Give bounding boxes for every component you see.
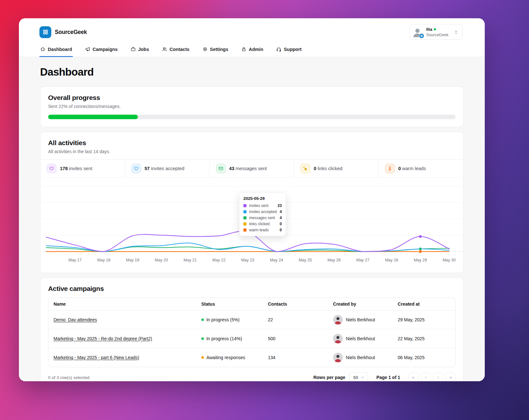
svg-text:May 18: May 18 [97,258,110,262]
creator-name: Niels Berkhout [346,355,375,360]
avatar-org-badge-icon [419,33,424,38]
status-text: Awaiting responses [206,355,245,360]
campaign-link[interactable]: Marketing - May 2025 - Re-do 2nd degree … [54,336,152,341]
svg-text:May 29: May 29 [414,258,427,262]
series-swatch [243,216,247,219]
series-swatch [243,222,247,226]
app-window: SourceGeek [19,18,485,381]
brand-name: SourceGeek [55,29,87,36]
brand: SourceGeek [39,26,87,38]
tab-jobs[interactable]: Jobs [130,45,150,57]
status-dot [201,318,204,321]
tab-campaigns[interactable]: Campaigns [84,45,118,57]
next-page-button[interactable]: › [433,373,443,381]
tooltip-row: messages sent4 [243,216,282,220]
creator-name: Niels Berkhout [346,336,375,341]
tooltip-row: links clicked0 [243,222,282,226]
table-row: Marketing - May 2025 - Re-do 2nd degree … [48,329,455,348]
creator-avatar [333,353,343,362]
progress-bar-fill [48,115,138,119]
series-swatch [243,204,247,207]
rows-per-page-label: Rows per page [313,375,345,380]
activity-chart-area[interactable]: May 17May 18May 19May 20May 21May 22May … [40,178,463,273]
svg-text:May 19: May 19 [126,258,139,262]
svg-text:May 27: May 27 [356,258,369,262]
last-page-button[interactable]: » [446,373,456,381]
svg-text:May 30: May 30 [442,258,456,262]
chart-tooltip: 2025-05-29 invites sent23 invites accept… [239,193,286,236]
table-row: Demo_Day attendees In progress (5%) 22 N… [48,310,455,329]
tab-dashboard[interactable]: Dashboard [39,45,73,57]
svg-text:May 26: May 26 [327,258,340,262]
chevron-down-icon [361,375,365,379]
col-contacts: Contacts [263,298,328,310]
users-icon [162,46,167,52]
user-menu[interactable]: Ilia SourceGeek [409,24,463,40]
tab-settings[interactable]: Settings [202,45,229,57]
stat-invites-accepted: 57 invites accepted [125,160,210,177]
tooltip-date: 2025-05-29 [243,196,282,201]
first-page-button[interactable]: « [408,373,418,381]
campaign-link[interactable]: Marketing - May 2025 - part 6 (New Leads… [54,355,139,360]
desktop-background: { "brand": { "name": "SourceGeek" }, "he… [0,0,529,420]
svg-text:May 28: May 28 [385,258,398,262]
stat-warm-leads: 0 warm leads [379,160,463,177]
col-created-at: Created at [393,298,455,310]
status-dot [201,356,204,359]
user-name: Ilia [426,27,432,32]
table-row: Marketing - May 2025 - part 6 (New Leads… [48,348,455,367]
table-footer: 0 of 3 row(s) selected Rows per page 50 … [48,372,456,381]
svg-text:May 23: May 23 [241,258,254,262]
series-swatch [243,210,247,213]
home-icon [40,46,46,52]
chevrons-up-down-icon [454,30,458,35]
active-campaigns-title: Active campaigns [48,285,456,292]
status-text: In progress (14%) [206,336,242,341]
all-activities-subtitle: All activities in the last 14 days. [48,149,456,154]
main-nav: Dashboard Campaigns Jobs Contacts Settin… [39,45,463,57]
prev-page-button[interactable]: ‹ [421,373,431,381]
all-activities-card: All activities All activities in the las… [40,132,464,273]
campaign-link[interactable]: Demo_Day attendees [54,317,97,322]
gear-icon [202,46,208,52]
headset-icon [276,46,281,52]
invites-accepted-icon [131,164,141,173]
creator-name: Niels Berkhout [346,317,375,322]
main-content: Dashboard Overall progress Sent 22% of c… [19,57,485,381]
status-dot [201,337,204,340]
pagination: « ‹ › » [408,373,456,381]
megaphone-icon [85,46,90,52]
svg-text:May 25: May 25 [299,258,312,262]
thermometer-icon [385,164,395,173]
overall-progress-card: Overall progress Sent 22% of connections… [40,86,464,127]
contacts-count: 500 [263,332,328,346]
invites-sent-icon [47,164,56,173]
stat-messages-sent: 43 messages sent [210,160,294,177]
overall-progress-subtitle: Sent 22% of connections/messages. [48,104,456,109]
mail-icon [216,164,226,173]
user-avatar [412,26,423,38]
cursor-click-icon [300,164,310,173]
svg-text:May 24: May 24 [270,258,283,262]
rows-selected-text: 0 of 3 row(s) selected [48,375,89,380]
online-status-dot [434,28,436,30]
contacts-count: 134 [263,350,328,365]
tab-admin[interactable]: Admin [240,45,264,57]
series-swatch [243,228,247,232]
svg-text:May 22: May 22 [212,258,225,262]
user-org: SourceGeek [426,33,449,37]
all-activities-title: All activities [48,139,456,147]
tab-support[interactable]: Support [275,45,302,57]
page-indicator: Page 1 of 1 [376,375,400,380]
col-created-by: Created by [328,298,393,310]
briefcase-icon [130,46,136,52]
tab-contacts[interactable]: Contacts [161,45,190,57]
rows-per-page-select[interactable]: 50 [349,372,368,381]
progress-bar [48,115,456,119]
table-header-row: Name Status Contacts Created by Created … [48,298,455,310]
stat-invites-sent: 178 invites sent [40,160,125,177]
sourcegeek-logo-icon [39,26,51,38]
svg-text:May 20: May 20 [155,258,168,262]
lock-icon [241,46,247,52]
created-at: 29 May, 2025 [393,313,455,327]
